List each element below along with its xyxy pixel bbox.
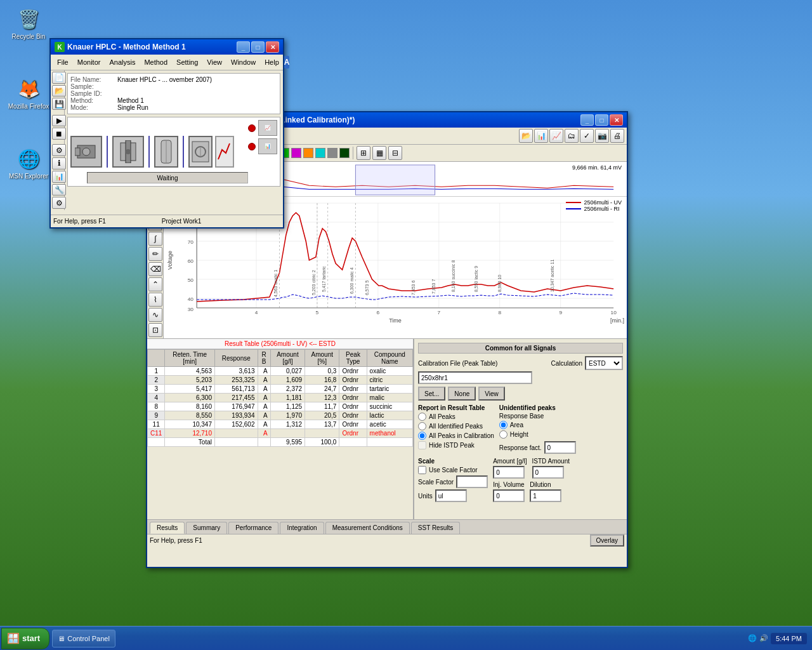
hplc-tb-info[interactable]: ℹ <box>52 157 66 169</box>
hide-istd-checkbox[interactable] <box>418 441 426 449</box>
tab-results[interactable]: Results <box>150 522 185 534</box>
hplc-tb-chart[interactable]: 📊 <box>52 171 66 183</box>
overlay-btn[interactable]: Overlay <box>590 534 624 547</box>
hplc-tb-save[interactable]: 💾 <box>52 98 66 110</box>
hplc-menu-window[interactable]: Window <box>227 57 259 67</box>
istd-amount-input[interactable] <box>532 466 564 479</box>
sb-zoom[interactable]: ⊡ <box>148 323 162 337</box>
hplc-tb-wrench[interactable]: 🔧 <box>52 184 66 196</box>
radio-identified-peaks[interactable]: All Identified Peaks <box>418 422 494 430</box>
color-btn-cyan[interactable] <box>315 148 325 158</box>
radio-all-peaks-input[interactable] <box>418 413 426 421</box>
desktop-icon-recycle-bin[interactable]: 🗑️ Recycle Bin <box>6 6 51 41</box>
inj-volume-input[interactable] <box>493 489 525 502</box>
sb-integrate[interactable]: ∫ <box>148 232 162 246</box>
color-btn-orange[interactable] <box>303 148 313 158</box>
hplc-titlebar[interactable]: K Knauer HPLC - Method Method 1 _ □ ✕ <box>51 39 283 55</box>
chart-btn-1[interactable]: 📈 <box>258 120 277 136</box>
sb-annotate[interactable]: ✏ <box>148 247 162 261</box>
analysis-close-btn[interactable]: ✕ <box>610 114 623 126</box>
hplc-tb-open[interactable]: 📂 <box>52 85 66 97</box>
sb-baseline2[interactable]: ⌇ <box>148 293 162 307</box>
units-input[interactable] <box>435 489 467 502</box>
response-fact-input[interactable] <box>544 441 576 454</box>
tab-integration[interactable]: Integration <box>280 522 324 534</box>
taskbar-control-panel[interactable]: 🖥 Control Panel <box>52 630 115 647</box>
set-btn[interactable]: Set... <box>418 387 445 401</box>
hplc-help-icon[interactable]: A <box>284 56 290 69</box>
analysis-minimize-btn[interactable]: _ <box>580 114 594 126</box>
scale-factor-input[interactable] <box>456 475 488 488</box>
sb-peak2[interactable]: ⌃ <box>148 277 162 291</box>
table-row[interactable]: 88,160176,947A1,12511,7Ordnrsuccinic <box>148 402 413 411</box>
tb-select[interactable]: ▦ <box>372 146 386 160</box>
radio-identified-input[interactable] <box>418 422 426 430</box>
table-row[interactable]: 25,203253,325A1,60916,8Ordnrcitric <box>148 376 413 385</box>
dilution-input[interactable] <box>530 489 561 502</box>
color-btn-gray[interactable] <box>327 148 337 158</box>
chart-icon-block[interactable] <box>215 136 234 168</box>
tb-bar-chart-icon[interactable]: 📊 <box>534 129 548 143</box>
none-btn[interactable]: None <box>448 387 476 401</box>
calculation-select[interactable]: ESTD ISTD <box>585 356 623 370</box>
tab-measurement[interactable]: Measurement Conditions <box>325 522 410 534</box>
table-row[interactable]: 14,5633,613A0,0270,3Ordnroxalic <box>148 367 413 376</box>
table-row[interactable]: 1110,347152,602A1,31213,7Ordnracetic <box>148 420 413 429</box>
color-btn-darkgreen[interactable] <box>339 148 350 158</box>
radio-height[interactable]: Height <box>499 430 576 439</box>
table-row[interactable]: Total9,595100,0 <box>148 438 413 447</box>
radio-all-peaks[interactable]: All Peaks <box>418 413 494 421</box>
pump-device[interactable] <box>70 136 102 168</box>
table-row[interactable]: 46,300217,455A1,18112,3Ordnrmalic <box>148 394 413 402</box>
tb-print-icon[interactable]: 🖨 <box>610 129 624 143</box>
hplc-menu-setting[interactable]: Setting <box>173 57 202 67</box>
radio-cal-peaks-input[interactable] <box>418 432 426 440</box>
hplc-tb-settings[interactable]: ⚙ <box>52 144 66 156</box>
radio-area[interactable]: Area <box>499 421 576 429</box>
hide-istd-item[interactable]: Hide ISTD Peak <box>418 441 494 449</box>
start-button[interactable]: 🪟 start <box>1 628 49 649</box>
hplc-tb-gear[interactable]: ⚙ <box>52 197 66 209</box>
hplc-menu-view[interactable]: View <box>203 57 226 67</box>
hplc-close-btn[interactable]: ✕ <box>266 41 279 53</box>
desktop-icon-firefox[interactable]: 🦊 Mozilla Firefox <box>6 76 51 110</box>
chart-btn-2[interactable]: 📊 <box>258 138 277 154</box>
radio-cal-peaks[interactable]: All Peaks in Calibration <box>418 432 494 440</box>
hplc-tb-run[interactable]: ▶ <box>52 115 66 127</box>
tb-line-chart-icon[interactable]: 📈 <box>549 129 563 143</box>
tb-move[interactable]: ⊞ <box>357 146 370 160</box>
hplc-menu-monitor[interactable]: Monitor <box>74 57 105 67</box>
amount-gl-input[interactable] <box>493 466 525 479</box>
hplc-tb-stop[interactable]: ⏹ <box>52 128 66 140</box>
sb-erase[interactable]: ⌫ <box>148 262 162 276</box>
tb-camera-icon[interactable]: 📷 <box>595 129 609 143</box>
tb-check-icon[interactable]: ✓ <box>580 129 594 143</box>
table-scroll[interactable]: Reten. Time[min] Response RB Amount[g/l]… <box>147 349 413 519</box>
view-btn[interactable]: View <box>478 387 505 401</box>
cal-file-input[interactable] <box>418 371 532 384</box>
color-btn-magenta[interactable] <box>291 148 301 158</box>
desktop-icon-msn[interactable]: 🌐 MSN Explorer <box>6 146 51 180</box>
hplc-tb-new[interactable]: 📄 <box>52 72 66 84</box>
tab-performance[interactable]: Performance <box>228 522 278 534</box>
hplc-menu-analysis[interactable]: Analysis <box>105 57 139 67</box>
table-row[interactable]: 35,417561,713A2,37224,7Ordnrtartaric <box>148 385 413 394</box>
analysis-maximize-btn[interactable]: □ <box>595 114 608 126</box>
hplc-menu-file[interactable]: File <box>53 57 72 67</box>
tb-open-icon[interactable]: 📂 <box>519 129 533 143</box>
hplc-menu-help[interactable]: Help <box>261 57 283 67</box>
tab-sst[interactable]: SST Results <box>411 522 460 534</box>
table-row[interactable]: C1112,710AOrdnrmethanol <box>148 429 413 438</box>
column-device[interactable] <box>154 136 178 168</box>
use-scale-checkbox[interactable] <box>418 466 426 474</box>
sb-curve[interactable]: ∿ <box>148 308 162 322</box>
hplc-menu-method[interactable]: Method <box>140 57 171 67</box>
table-row[interactable]: 98,550193,934A1,97020,5Ordnrlactic <box>148 411 413 420</box>
radio-height-input[interactable] <box>499 430 508 439</box>
tab-summary[interactable]: Summary <box>186 522 227 534</box>
radio-area-input[interactable] <box>499 421 508 429</box>
hplc-maximize-btn[interactable]: □ <box>251 41 265 53</box>
tb-grid[interactable]: ⊟ <box>388 146 402 160</box>
hplc-minimize-btn[interactable]: _ <box>237 41 250 53</box>
use-scale-factor-item[interactable]: Use Scale Factor <box>418 466 488 474</box>
